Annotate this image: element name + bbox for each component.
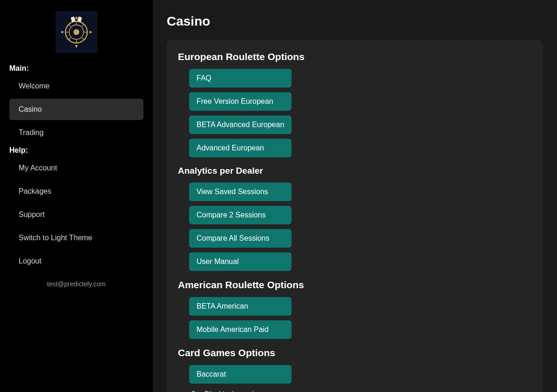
nav-item-logout[interactable]: Logout [9, 250, 143, 272]
nav-item-welcome[interactable]: Welcome [9, 75, 143, 97]
nav-item-casino[interactable]: Casino [9, 99, 143, 120]
svg-marker-13 [61, 31, 63, 34]
lock-icon: 🔒 [189, 390, 198, 392]
btn-user-manual[interactable]: User Manual [189, 252, 292, 271]
group-analytics-per-dealer-heading: Analytics per Dealer [178, 166, 532, 176]
nav-item-my-account[interactable]: My Account [9, 157, 143, 179]
sidebar: Main:WelcomeCasinoTradingHelp:My Account… [0, 0, 153, 392]
sidebar-section-label: Help: [9, 146, 148, 155]
svg-point-2 [74, 29, 79, 35]
btn-compare-2-sessions[interactable]: Compare 2 Sessions [189, 206, 292, 224]
main-content: Casino European Roulette OptionsFAQFree … [153, 0, 557, 392]
casino-card: European Roulette OptionsFAQFree Version… [167, 40, 543, 392]
group-card-games-buttons: Baccarat🔒Blackjack coming soon [189, 365, 532, 392]
btn-compare-all-sessions[interactable]: Compare All Sessions [189, 229, 292, 248]
group-american-roulette-heading: American Roulette Options [178, 279, 532, 291]
btn-mobile-american-paid[interactable]: Mobile American Paid [189, 320, 292, 339]
roulette-logo-icon [58, 14, 95, 50]
locked-text: Blackjack coming soon [204, 390, 280, 392]
nav-item-packages[interactable]: Packages [9, 181, 143, 202]
logo [55, 11, 97, 53]
group-analytics-per-dealer-buttons: View Saved SessionsCompare 2 SessionsCom… [189, 182, 532, 271]
btn-faq[interactable]: FAQ [189, 69, 292, 88]
svg-line-9 [69, 38, 71, 40]
btn-beta-american[interactable]: BETA American [189, 297, 292, 316]
locked-row: 🔒Blackjack coming soon [189, 388, 280, 392]
btn-free-european[interactable]: Free Version European [189, 92, 292, 111]
page-title: Casino [167, 14, 543, 29]
svg-line-7 [69, 25, 71, 27]
svg-marker-12 [75, 45, 78, 48]
btn-beta-advanced-european[interactable]: BETA Advanced European [189, 115, 292, 134]
group-american-roulette-buttons: BETA AmericanMobile American Paid [189, 297, 532, 339]
nav-item-support[interactable]: Support [9, 204, 143, 225]
nav-item-trading[interactable]: Trading [9, 122, 143, 143]
btn-view-saved-sessions[interactable]: View Saved Sessions [189, 182, 292, 201]
btn-advanced-european[interactable]: Advanced European [189, 139, 292, 157]
group-european-roulette-heading: European Roulette Options [178, 51, 532, 62]
logo-wrap [5, 11, 148, 53]
svg-line-10 [82, 25, 84, 27]
nav-item-switch-theme[interactable]: Switch to Light Theme [9, 227, 143, 249]
svg-marker-11 [75, 16, 78, 19]
svg-rect-15 [71, 16, 75, 22]
sidebar-section-label: Main: [9, 64, 148, 73]
svg-rect-16 [77, 16, 82, 22]
svg-marker-14 [89, 31, 92, 34]
group-european-roulette-buttons: FAQFree Version EuropeanBETA Advanced Eu… [189, 69, 532, 157]
btn-baccarat[interactable]: Baccarat [189, 365, 292, 384]
svg-line-8 [82, 38, 84, 40]
group-card-games-heading: Card Games Options [178, 347, 532, 358]
user-email: test@predictely.com [5, 280, 148, 288]
